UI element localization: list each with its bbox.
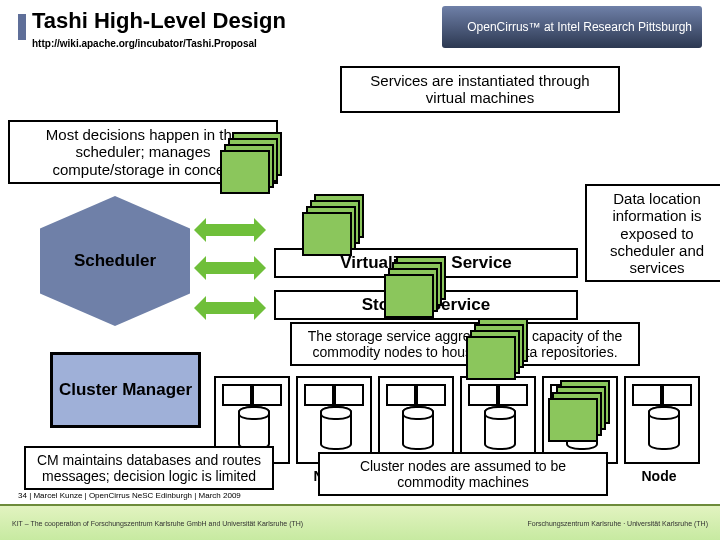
scheduler-hexagon: Scheduler	[40, 196, 190, 326]
vm-stack	[546, 380, 614, 442]
page-line: | Marcel Kunze | OpenCirrus NeSC Edinbur…	[29, 491, 241, 500]
scheduler-label: Scheduler	[74, 251, 156, 271]
callout-data-location: Data location information is exposed to …	[585, 184, 720, 282]
arrow-scheduler-storage	[194, 296, 266, 320]
slide-subtitle-url: http://wiki.apache.org/incubator/Tashi.P…	[32, 38, 257, 49]
brand-text: OpenCirrus™ at Intel Research Pittsburgh	[467, 20, 692, 34]
cluster-manager-label: Cluster Manager	[59, 380, 192, 400]
vm-stack	[218, 132, 286, 194]
footer-right: Forschungszentrum Karlsruhe · Universitä…	[527, 520, 708, 527]
footer-text: KIT – The cooperation of Forschungszentr…	[12, 520, 303, 527]
title-bullet	[18, 14, 26, 40]
cluster-manager-block: Cluster Manager	[50, 352, 201, 428]
footer-bar: KIT – The cooperation of Forschungszentr…	[0, 504, 720, 540]
callout-vm: Services are instantiated through virtua…	[340, 66, 620, 113]
vm-stack	[300, 194, 368, 256]
vm-stack	[464, 318, 532, 380]
node-label: Node	[624, 468, 694, 484]
arrow-scheduler-virt	[194, 218, 266, 242]
brand-logo: OpenCirrus™ at Intel Research Pittsburgh	[442, 6, 702, 48]
slide-title: Tashi High-Level Design	[32, 8, 286, 34]
arrow-scheduler-virt-2	[194, 256, 266, 280]
callout-cluster-manager: CM maintains databases and routes messag…	[24, 446, 274, 490]
page-meta: 34 | Marcel Kunze | OpenCirrus NeSC Edin…	[18, 491, 241, 500]
vm-stack	[382, 256, 450, 318]
node-column: Node	[624, 372, 694, 484]
page-number: 34	[18, 491, 27, 500]
scheduler-block: Scheduler	[40, 196, 190, 326]
callout-commodity-nodes: Cluster nodes are assumed to be commodit…	[318, 452, 608, 496]
